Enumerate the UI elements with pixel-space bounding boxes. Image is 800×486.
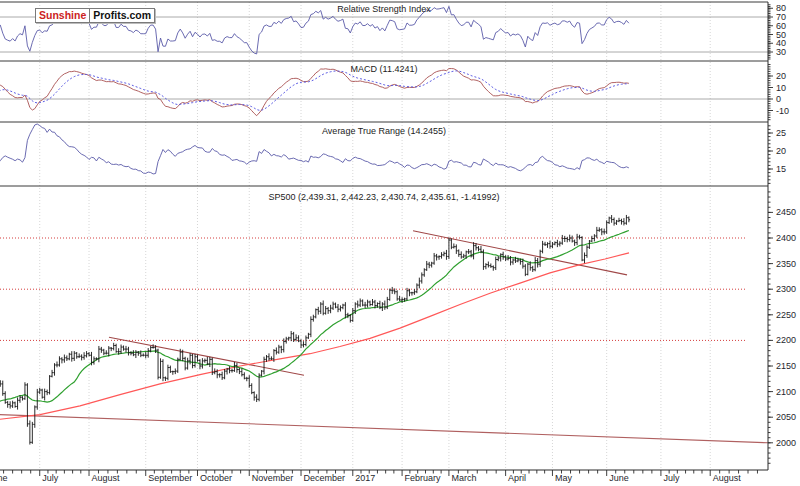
svg-text:July: July bbox=[42, 473, 59, 483]
svg-text:February: February bbox=[405, 473, 442, 483]
svg-text:0: 0 bbox=[776, 94, 781, 104]
svg-text:20: 20 bbox=[776, 146, 786, 156]
svg-text:June: June bbox=[0, 473, 8, 483]
svg-text:-10: -10 bbox=[776, 106, 789, 116]
svg-text:August: August bbox=[713, 473, 742, 483]
svg-text:2017: 2017 bbox=[355, 473, 375, 483]
svg-text:30: 30 bbox=[776, 47, 786, 57]
svg-text:20: 20 bbox=[776, 71, 786, 81]
svg-text:2050: 2050 bbox=[776, 412, 796, 422]
svg-text:10: 10 bbox=[776, 83, 786, 93]
svg-text:April: April bbox=[508, 473, 526, 483]
logo-text-profits: Profits.com bbox=[90, 9, 154, 22]
chart-canvas: 80706050403020100-1025201524502400235023… bbox=[0, 0, 800, 486]
sunshine-profits-logo[interactable]: Sunshine Profits.com bbox=[35, 8, 155, 23]
svg-text:15: 15 bbox=[776, 164, 786, 174]
svg-text:March: March bbox=[451, 473, 476, 483]
svg-text:2450: 2450 bbox=[776, 207, 796, 217]
svg-text:2100: 2100 bbox=[776, 387, 796, 397]
svg-text:2350: 2350 bbox=[776, 259, 796, 269]
svg-text:2000: 2000 bbox=[776, 438, 796, 448]
svg-text:December: December bbox=[304, 473, 346, 483]
svg-text:October: October bbox=[200, 473, 232, 483]
svg-text:2150: 2150 bbox=[776, 361, 796, 371]
svg-text:25: 25 bbox=[776, 128, 786, 138]
svg-text:2300: 2300 bbox=[776, 284, 796, 294]
svg-text:2250: 2250 bbox=[776, 310, 796, 320]
svg-text:2200: 2200 bbox=[776, 335, 796, 345]
svg-text:August: August bbox=[92, 473, 121, 483]
svg-text:September: September bbox=[148, 473, 192, 483]
svg-text:June: June bbox=[609, 473, 629, 483]
svg-text:November: November bbox=[252, 473, 294, 483]
svg-text:2400: 2400 bbox=[776, 233, 796, 243]
logo-text-sunshine: Sunshine bbox=[36, 9, 90, 22]
svg-text:July: July bbox=[663, 473, 680, 483]
chart-page: { "logo": { "part1": "Sunshine", "part2"… bbox=[0, 0, 800, 486]
svg-text:May: May bbox=[555, 473, 573, 483]
